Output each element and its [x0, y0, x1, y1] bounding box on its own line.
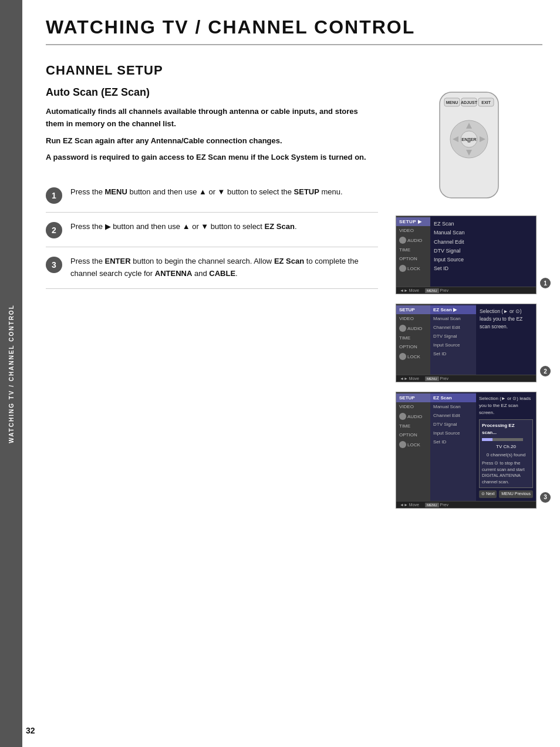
tv1-r-chedit: Channel Edit: [434, 238, 532, 247]
svg-text:EXIT: EXIT: [481, 100, 491, 105]
subsection-title: Auto Scan (EZ Scan): [46, 86, 378, 99]
tv2-c-ezscan: EZ Scan ▶: [430, 305, 476, 314]
remote-control-image: MENU ADJUST EXIT ENTER: [396, 86, 542, 204]
tv2-c-dtv: DTV Signal: [430, 332, 476, 341]
tv3-time: TIME: [396, 422, 430, 430]
step-number-3: 3: [46, 257, 62, 273]
tv1-setup: SETUP ▶: [396, 217, 430, 226]
tv3-found: 0 channel(s) found: [482, 452, 530, 459]
tv3-nav-prev: MENU Prev: [425, 503, 448, 507]
tv-screen-wrapper-1: SETUP ▶ VIDEO AUDIO TIME OPTION LOCK EZ …: [396, 216, 542, 294]
tv1-r-input: Input Source: [434, 255, 532, 264]
tv2-r-text: Selection (► or ⊙) leads you to the EZ s…: [480, 308, 522, 329]
step-text-1: Press the MENU button and then use ▲ or …: [70, 186, 343, 198]
screen-num-3: 3: [540, 492, 551, 503]
tv-screen-wrapper-3: SETUP VIDEO AUDIO TIME OPTION LOCK EZ Sc…: [396, 392, 542, 509]
tv3-c-manual: Manual Scan: [430, 402, 476, 411]
screen-num-1: 1: [540, 278, 551, 288]
tv3-setup: SETUP: [396, 393, 430, 402]
desc-paragraph-3: A password is required to gain access to…: [46, 152, 378, 164]
tv3-nav-move: ◄► Move: [400, 503, 419, 507]
tv2-c-setid: Set ID: [430, 349, 476, 358]
svg-text:MENU: MENU: [446, 100, 458, 105]
tv3-video: VIDEO: [396, 402, 430, 411]
tv2-option: OPTION: [396, 342, 430, 351]
step-row-2: 2 Press the ▶ button and then use ▲ or ▼…: [46, 213, 378, 247]
tv2-time: TIME: [396, 334, 430, 342]
tv2-c-manual: Manual Scan: [430, 314, 476, 323]
tv3-option: OPTION: [396, 430, 430, 439]
tv1-nav-prev: MENU Prev: [425, 288, 448, 292]
step-text-3: Press the ENTER button to begin the chan…: [70, 255, 378, 280]
desc-paragraph-2: Run EZ Scan again after any Antenna/Cabl…: [46, 135, 378, 147]
tv1-r-ezscan: EZ Scan: [434, 220, 532, 228]
tv1-nav-move: ◄► Move: [400, 288, 419, 292]
tv1-r-manual: Manual Scan: [434, 228, 532, 237]
tv1-r-dtv: DTV Signal: [434, 247, 532, 255]
tv3-channel: TV Ch.20: [482, 443, 530, 450]
tv3-btn-menu-prev: MENU Previous: [499, 490, 533, 498]
tv1-video: VIDEO: [396, 226, 430, 235]
tv-screens: SETUP ▶ VIDEO AUDIO TIME OPTION LOCK EZ …: [396, 216, 542, 509]
tv-screen-wrapper-2: SETUP VIDEO AUDIO TIME OPTION LOCK EZ Sc…: [396, 304, 542, 382]
steps-area: 1 Press the MENU button and then use ▲ o…: [46, 178, 378, 289]
step-text-2: Press the ▶ button and then use ▲ or ▼ b…: [70, 221, 297, 233]
tv3-progress-bar: [482, 438, 492, 441]
tv3-c-ezscan: EZ Scan: [430, 393, 476, 402]
section-title: CHANNEL SETUP: [46, 63, 542, 78]
tv3-c-input: Input Source: [430, 429, 476, 438]
tv2-c-chedit: Channel Edit: [430, 323, 476, 332]
step-number-2: 2: [46, 222, 62, 238]
page-number: 32: [26, 726, 35, 735]
tv2-c-input: Input Source: [430, 341, 476, 349]
sidebar-label: WATCHING TV / CHANNEL CONTROL: [8, 304, 15, 443]
tv3-c-setid: Set ID: [430, 438, 476, 446]
tv1-option: OPTION: [396, 254, 430, 263]
tv2-video: VIDEO: [396, 314, 430, 323]
tv3-r-text: Selection (► or ⊙) leads you to the EZ s…: [479, 395, 533, 416]
tv2-setup: SETUP: [396, 305, 430, 314]
screen-num-2: 2: [540, 366, 551, 376]
tv1-r-setid: Set ID: [434, 264, 532, 273]
svg-point-14: [467, 139, 471, 143]
tv3-message: Press ⊙ to stop the current scan and sta…: [482, 460, 530, 485]
tv3-c-chedit: Channel Edit: [430, 411, 476, 420]
tv1-time: TIME: [396, 245, 430, 254]
step-number-1: 1: [46, 187, 62, 204]
step-row-3: 3 Press the ENTER button to begin the ch…: [46, 247, 378, 289]
step-row-1: 1 Press the MENU button and then use ▲ o…: [46, 178, 378, 213]
page-title: WATCHING TV / CHANNEL CONTROL: [46, 16, 542, 45]
tv2-nav-prev: MENU Prev: [425, 376, 448, 381]
desc-paragraph-1: Automatically finds all channels availab…: [46, 106, 378, 130]
tv3-scan-title: Processing EZ scan...: [482, 422, 530, 436]
svg-text:ADJUST: ADJUST: [461, 100, 478, 105]
tv2-nav-move: ◄► Move: [400, 376, 419, 381]
tv3-c-dtv: DTV Signal: [430, 420, 476, 429]
tv3-btn-next: ⊙ Next: [479, 490, 497, 498]
